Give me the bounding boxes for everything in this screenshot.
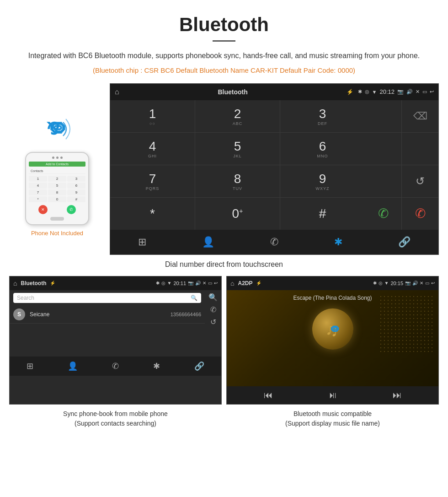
pb-bt-bottom-icon[interactable]: ✱ — [153, 361, 160, 371]
phone-bottom-bar: ✕ ✆ — [29, 205, 85, 214]
phone-call-button: ✆ — [67, 205, 76, 214]
dial-key-4[interactable]: 4GHI — [110, 133, 195, 165]
phonebook-caption: Sync phone-book from mobile phone (Suppo… — [9, 405, 222, 428]
pb-spacer — [10, 329, 221, 357]
person-icon[interactable]: 👤 — [202, 236, 214, 248]
music-home-icon[interactable]: ⌂ — [230, 280, 234, 287]
pb-contact-row[interactable]: S Seicane 13566664466 — [10, 306, 205, 324]
dial-backspace[interactable]: ⌫ — [402, 100, 438, 132]
pb-call-icon-right[interactable]: ✆ — [210, 305, 216, 314]
usb-icon: ⚡ — [347, 89, 353, 95]
music-usb-icon: ⚡ — [256, 281, 261, 286]
title-underline — [213, 40, 235, 42]
signal-icon: ▼ — [372, 89, 377, 95]
dial-refresh[interactable]: ↺ — [402, 165, 438, 197]
phonebook-screen: ⌂ Bluetooth ⚡ ✱ ◎ ▼ 20:11 📷 🔊 ✕ ▭ ↩ — [9, 276, 222, 405]
pb-x-icon: ✕ — [203, 281, 206, 286]
pb-title: Bluetooth — [21, 280, 46, 286]
music-caption: Bluetooth music compatible (Support disp… — [226, 405, 439, 428]
dial-key-star[interactable]: * — [110, 198, 195, 230]
phone-dot — [52, 157, 54, 159]
dial-key-1[interactable]: 1○○ — [110, 100, 195, 132]
dial-key-2[interactable]: 2ABC — [195, 100, 280, 132]
dial-call-green[interactable]: ✆ — [365, 198, 401, 230]
dial-empty-4 — [365, 165, 401, 197]
bluetooth-icon[interactable]: ✱ — [334, 236, 342, 248]
car-status-bar: ⌂ Bluetooth ⚡ ✱ ◎ ▼ 20:12 📷 🔊 ✕ ▭ ↩ — [110, 84, 438, 100]
dial-empty-3 — [402, 133, 438, 165]
pb-back-icon[interactable]: ↩ — [214, 281, 218, 286]
next-icon[interactable]: ⏭ — [393, 390, 402, 400]
dial-key-0[interactable]: 0+ — [195, 198, 280, 230]
specs-text: (Bluetooth chip : CSR BC6 Default Blueto… — [27, 66, 421, 74]
home-icon[interactable]: ⌂ — [115, 88, 119, 96]
back-icon[interactable]: ↩ — [430, 89, 434, 95]
header-section: Bluetooth Integrated with BC6 Bluetooth … — [0, 0, 448, 83]
dial-caption: Dial number direct from touchscreen — [0, 255, 448, 276]
pb-avatar: S — [13, 308, 25, 320]
pb-person-icon[interactable]: 👤 — [68, 361, 78, 371]
dialpad-bottom-bar: ⊞ 👤 ✆ ✱ 🔗 — [110, 230, 438, 254]
music-x-icon: ✕ — [420, 281, 423, 286]
pb-sig-icon: ▼ — [167, 281, 172, 286]
pb-search-icon[interactable]: 🔍 — [191, 295, 197, 301]
music-column: ⌂ A2DP ⚡ ✱ ◎ ▼ 20:15 📷 🔊 ✕ ▭ ↩ Escape (T… — [226, 276, 439, 428]
pb-phone-icon[interactable]: ✆ — [112, 361, 119, 371]
music-screen: ⌂ A2DP ⚡ ✱ ◎ ▼ 20:15 📷 🔊 ✕ ▭ ↩ Escape (T… — [226, 276, 439, 405]
dial-key-8[interactable]: 8TUV — [195, 165, 280, 197]
pb-list-area: Search 🔍 S Seicane 13566664466 — [10, 290, 205, 329]
pb-scr-icon: ▭ — [208, 281, 212, 286]
phone-key-8: 8 — [48, 189, 66, 195]
pb-search-bar[interactable]: Search 🔍 — [13, 293, 201, 303]
pb-refresh-icon-right[interactable]: ↺ — [210, 318, 216, 326]
grid-icon[interactable]: ⊞ — [138, 236, 146, 248]
music-title: A2DP — [238, 280, 252, 286]
pb-search-icon-right[interactable]: 🔍 — [208, 293, 218, 302]
bluetooth-waves-svg: ⭖ ⅋ — [37, 111, 78, 147]
camera-icon: 📷 — [397, 89, 404, 95]
phone-icon[interactable]: ✆ — [270, 236, 278, 248]
pb-right-icons: 🔍 ✆ ↺ — [205, 290, 221, 329]
pb-gps-icon: ◎ — [161, 281, 165, 286]
dial-key-6[interactable]: 6MNO — [280, 133, 365, 165]
phonebook-column: ⌂ Bluetooth ⚡ ✱ ◎ ▼ 20:11 📷 🔊 ✕ ▭ ↩ — [9, 276, 222, 428]
pb-contact-name: Seicane — [30, 311, 49, 318]
phone-not-included-label: Phone Not Included — [31, 230, 83, 237]
middle-section: ⭖ ⅋ Add to Contacts Contacts 1 2 3 4 5 — [0, 83, 448, 255]
phone-key-7: 7 — [29, 189, 47, 195]
phone-top-bar — [29, 157, 85, 159]
dial-key-hash[interactable]: # — [280, 198, 365, 230]
prev-icon[interactable]: ⏮ — [264, 390, 273, 400]
music-gps-icon: ◎ — [379, 281, 383, 286]
pb-time: 20:11 — [173, 281, 186, 286]
link-icon[interactable]: 🔗 — [398, 236, 411, 248]
phone-key-hash: # — [67, 196, 85, 202]
dial-call-red[interactable]: ✆ — [402, 198, 438, 230]
car-screen-dial: ⌂ Bluetooth ⚡ ✱ ◎ ▼ 20:12 📷 🔊 ✕ ▭ ↩ 1○○ — [110, 83, 439, 255]
bottom-screenshots: ⌂ Bluetooth ⚡ ✱ ◎ ▼ 20:11 📷 🔊 ✕ ▭ ↩ — [0, 276, 448, 428]
music-status-bar: ⌂ A2DP ⚡ ✱ ◎ ▼ 20:15 📷 🔊 ✕ ▭ ↩ — [227, 276, 438, 290]
music-album-art: ♫ ⭖ — [312, 308, 353, 350]
phone-key-2: 2 — [48, 176, 66, 182]
music-body: Escape (The Pina Colada Song) ♫ ⭖ — [227, 290, 438, 386]
phone-end-button: ✕ — [38, 205, 48, 214]
music-sig-icon: ▼ — [384, 281, 389, 286]
phone-home-button — [50, 217, 64, 221]
music-back-icon[interactable]: ↩ — [431, 281, 435, 286]
pb-grid-icon[interactable]: ⊞ — [27, 361, 33, 371]
music-status-icons: ✱ ◎ ▼ 20:15 📷 🔊 ✕ ▭ ↩ — [373, 281, 435, 286]
pb-link-icon[interactable]: 🔗 — [194, 361, 204, 371]
status-icons: ✱ ◎ ▼ 20:12 📷 🔊 ✕ ▭ ↩ — [358, 88, 434, 95]
screen-icon: ▭ — [422, 89, 427, 95]
play-pause-icon[interactable]: ⏯ — [328, 390, 337, 400]
phone-add-contacts: Add to Contacts — [29, 162, 85, 167]
dial-key-3[interactable]: 3DEF — [280, 100, 365, 132]
pb-vol-icon: 🔊 — [195, 281, 201, 286]
pb-home-icon[interactable]: ⌂ — [13, 280, 17, 287]
music-vol-icon: 🔊 — [412, 281, 418, 286]
phone-dot — [60, 157, 63, 159]
dial-screen-title: Bluetooth — [124, 88, 342, 96]
dial-key-9[interactable]: 9WXYZ — [280, 165, 365, 197]
dial-key-5[interactable]: 5JKL — [195, 133, 280, 165]
dial-key-7[interactable]: 7PQRS — [110, 165, 195, 197]
